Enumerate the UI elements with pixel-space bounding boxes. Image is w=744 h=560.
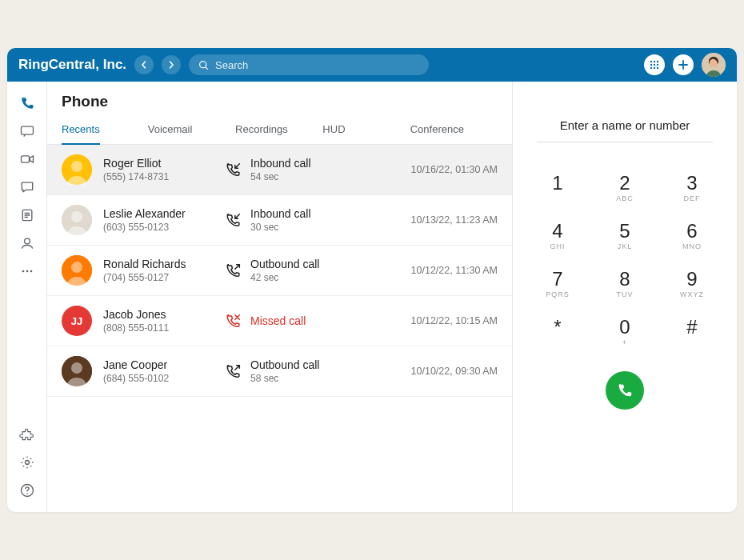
contact-avatar xyxy=(62,356,92,386)
dial-key-8[interactable]: 8TUV xyxy=(597,261,653,306)
rail-help[interactable] xyxy=(14,477,41,504)
contact-avatar xyxy=(62,205,92,235)
video-icon xyxy=(19,151,35,167)
rail-contacts[interactable] xyxy=(14,230,41,257)
profile-avatar[interactable] xyxy=(702,53,726,77)
contact-info: Ronald Richards(704) 555-0127 xyxy=(103,258,214,283)
dial-key-3[interactable]: 3DEF xyxy=(664,165,720,210)
dial-key-7[interactable]: 7PQRS xyxy=(530,261,586,306)
call-type-label: Outbound call xyxy=(250,258,319,270)
contact-phone: (808) 555-0111 xyxy=(103,322,214,334)
svg-point-8 xyxy=(654,67,655,69)
dial-key-*[interactable]: * xyxy=(530,309,586,354)
contact-info: Jacob Jones(808) 555-0111 xyxy=(103,308,214,334)
message-icon xyxy=(19,123,35,139)
call-row[interactable]: JJJacob Jones(808) 555-0111Missed call10… xyxy=(47,296,512,346)
call-type: Inbound call30 sec xyxy=(225,207,382,233)
call-row[interactable]: Jane Cooper(684) 555-0102Outbound call58… xyxy=(47,346,512,397)
page-title: Phone xyxy=(47,82,512,115)
contact-name: Jacob Jones xyxy=(103,308,214,321)
dial-key-2[interactable]: 2ABC xyxy=(597,165,653,210)
call-duration: 58 sec xyxy=(250,373,319,384)
dial-key-9[interactable]: 9WXYZ xyxy=(664,261,720,306)
call-row[interactable]: Leslie Alexander(603) 555-0123Inbound ca… xyxy=(47,195,512,246)
dial-key-6[interactable]: 6MNO xyxy=(664,213,720,258)
new-action-button[interactable] xyxy=(673,54,694,75)
help-icon xyxy=(19,482,35,498)
svg-point-3 xyxy=(657,61,658,62)
rail-messages[interactable] xyxy=(14,118,41,145)
contact-name: Roger Elliot xyxy=(103,157,214,170)
svg-point-15 xyxy=(24,238,30,244)
key-letters xyxy=(690,338,694,346)
dial-key-0[interactable]: 0+ xyxy=(597,309,653,354)
svg-point-21 xyxy=(26,493,28,494)
contact-name: Jane Cooper xyxy=(103,358,214,371)
rail-more[interactable] xyxy=(14,258,41,285)
key-letters xyxy=(556,338,559,346)
tab-conference[interactable]: Conference xyxy=(410,115,498,144)
dial-key-#[interactable]: # xyxy=(664,309,720,354)
contact-info: Leslie Alexander(603) 555-0123 xyxy=(103,207,214,233)
nav-back-button[interactable] xyxy=(134,55,154,74)
call-row[interactable]: Roger Elliot(555) 174-8731Inbound call54… xyxy=(47,145,512,195)
key-digit: 0 xyxy=(619,316,630,338)
call-type: Outbound call58 sec xyxy=(225,358,382,384)
call-outbound-icon xyxy=(225,362,242,380)
rail-settings[interactable] xyxy=(14,449,41,476)
phone-icon xyxy=(616,382,634,399)
contact-icon xyxy=(19,235,35,251)
key-digit: 9 xyxy=(686,268,697,290)
plus-icon xyxy=(678,59,689,70)
avatar-icon xyxy=(62,255,92,286)
contact-avatar: JJ xyxy=(62,306,92,336)
call-timestamp: 10/12/22, 11:30 AM xyxy=(394,265,498,276)
nav-rail xyxy=(7,82,47,512)
key-letters: JKL xyxy=(618,242,633,250)
tab-recents[interactable]: Recents xyxy=(62,115,100,145)
call-list: Roger Elliot(555) 174-8731Inbound call54… xyxy=(47,145,512,512)
svg-point-6 xyxy=(657,64,658,66)
nav-forward-button[interactable] xyxy=(162,55,181,74)
svg-point-27 xyxy=(71,262,82,273)
chat-icon xyxy=(19,179,35,195)
search-input[interactable] xyxy=(215,59,419,71)
search-field[interactable] xyxy=(189,54,429,75)
tab-voicemail[interactable]: Voicemail xyxy=(148,115,235,144)
call-type-label: Missed call xyxy=(250,314,306,327)
rail-chat[interactable] xyxy=(14,174,41,201)
contact-info: Roger Elliot(555) 174-8731 xyxy=(103,157,214,182)
brand-label: RingCentral, Inc. xyxy=(18,57,126,73)
svg-point-16 xyxy=(22,270,24,273)
rail-tasks[interactable] xyxy=(14,202,41,229)
rail-video[interactable] xyxy=(14,146,41,173)
call-row[interactable]: Ronald Richards(704) 555-0127Outbound ca… xyxy=(47,246,512,296)
dial-key-4[interactable]: 4GHI xyxy=(530,213,586,258)
tab-recordings[interactable]: Recordings xyxy=(235,115,322,144)
more-icon xyxy=(19,263,35,279)
rail-phone[interactable] xyxy=(14,90,41,117)
dial-key-1[interactable]: 1 xyxy=(530,165,586,210)
svg-point-4 xyxy=(650,64,652,66)
key-letters: + xyxy=(622,338,627,346)
call-timestamp: 10/10/22, 09:30 AM xyxy=(394,366,498,377)
key-digit: # xyxy=(686,316,697,338)
chevron-right-icon xyxy=(167,61,175,69)
contact-avatar xyxy=(62,255,92,286)
dial-key-5[interactable]: 5JKL xyxy=(597,213,653,258)
call-button[interactable] xyxy=(606,371,644,410)
dialpad-button[interactable] xyxy=(644,54,665,75)
key-digit: 6 xyxy=(686,220,697,242)
dial-input[interactable] xyxy=(537,110,713,142)
top-bar: RingCentral, Inc. xyxy=(7,48,737,82)
gear-icon xyxy=(19,454,35,470)
svg-point-17 xyxy=(26,270,28,273)
contact-phone: (603) 555-0123 xyxy=(103,222,214,233)
svg-point-23 xyxy=(71,161,82,172)
rail-apps[interactable] xyxy=(14,421,41,448)
key-digit: * xyxy=(554,316,561,338)
call-timestamp: 10/16/22, 01:30 AM xyxy=(394,164,498,175)
svg-point-9 xyxy=(657,67,658,69)
svg-point-19 xyxy=(25,461,29,465)
tab-hud[interactable]: HUD xyxy=(322,115,410,144)
